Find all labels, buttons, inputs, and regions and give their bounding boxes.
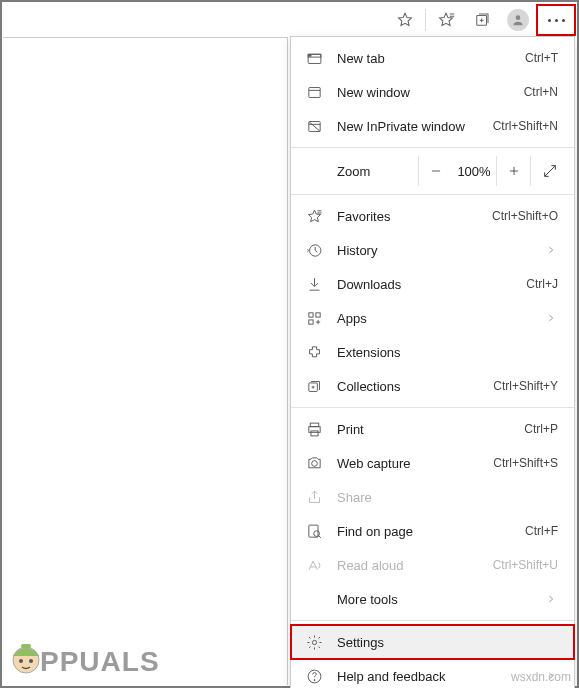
web-capture-icon: [303, 453, 325, 473]
menu-new-inprivate[interactable]: New InPrivate window Ctrl+Shift+N: [291, 109, 574, 143]
menu-collections[interactable]: Collections Ctrl+Shift+Y: [291, 369, 574, 403]
menu-label: Collections: [337, 379, 493, 394]
svg-point-41: [29, 659, 33, 663]
menu-label: New tab: [337, 51, 525, 66]
menu-label: Print: [337, 422, 524, 437]
menu-extensions[interactable]: Extensions: [291, 335, 574, 369]
svg-rect-9: [308, 87, 319, 97]
history-icon: [303, 240, 325, 260]
menu-shortcut: Ctrl+Shift+N: [493, 119, 558, 133]
menu-label: Find on page: [337, 524, 525, 539]
menu-new-tab[interactable]: New tab Ctrl+T: [291, 41, 574, 75]
downloads-icon: [303, 274, 325, 294]
svg-point-40: [19, 659, 23, 663]
menu-apps[interactable]: Apps: [291, 301, 574, 335]
help-icon: [303, 666, 325, 686]
menu-zoom: Zoom 100%: [291, 152, 574, 190]
chevron-right-icon: [544, 245, 558, 255]
menu-separator: [291, 194, 574, 195]
menu-shortcut: Ctrl+J: [526, 277, 558, 291]
menu-label: Read aloud: [337, 558, 493, 573]
chevron-right-icon: [544, 313, 558, 323]
svg-rect-29: [310, 430, 317, 435]
menu-settings[interactable]: Settings: [291, 625, 574, 659]
menu-label: Extensions: [337, 345, 558, 360]
extensions-icon: [303, 342, 325, 362]
svg-rect-19: [308, 312, 312, 316]
favorites-button[interactable]: [428, 5, 464, 35]
svg-rect-8: [309, 55, 310, 56]
menu-shortcut: Ctrl+Shift+S: [493, 456, 558, 470]
menu-shortcut: Ctrl+Shift+O: [492, 209, 558, 223]
print-icon: [303, 419, 325, 439]
new-window-icon: [303, 82, 325, 102]
menu-shortcut: Ctrl+Shift+U: [493, 558, 558, 572]
menu-label: New window: [337, 85, 524, 100]
menu-label: New InPrivate window: [337, 119, 493, 134]
add-favorite-button[interactable]: [387, 5, 423, 35]
watermark-logo: PPUALS: [6, 634, 160, 678]
toolbar-separator: [425, 9, 426, 31]
svg-point-35: [312, 640, 316, 644]
more-button-highlight: [536, 4, 576, 36]
menu-label: History: [337, 243, 536, 258]
settings-icon: [303, 632, 325, 652]
zoom-label: Zoom: [337, 164, 370, 179]
svg-point-37: [313, 679, 314, 680]
menu-label: Downloads: [337, 277, 526, 292]
svg-point-30: [311, 460, 317, 466]
menu-label: Share: [337, 490, 558, 505]
collections-button[interactable]: [464, 5, 500, 35]
menu-separator: [291, 407, 574, 408]
chevron-right-icon: [544, 594, 558, 604]
svg-point-5: [516, 15, 521, 20]
menu-label: Settings: [337, 635, 558, 650]
menu-separator: [291, 147, 574, 148]
menu-label: Apps: [337, 311, 536, 326]
menu-new-window[interactable]: New window Ctrl+N: [291, 75, 574, 109]
menu-more-tools[interactable]: More tools: [291, 582, 574, 616]
svg-rect-39: [21, 644, 31, 648]
watermark-mascot-icon: [6, 634, 46, 678]
menu-read-aloud: Read aloud Ctrl+Shift+U: [291, 548, 574, 582]
svg-line-33: [318, 535, 320, 537]
browser-toolbar: [387, 3, 576, 37]
read-aloud-icon: [303, 555, 325, 575]
menu-print[interactable]: Print Ctrl+P: [291, 412, 574, 446]
zoom-out-button[interactable]: [418, 156, 452, 186]
profile-button[interactable]: [500, 5, 536, 35]
menu-label: Help and feedback: [337, 669, 536, 684]
menu-favorites[interactable]: Favorites Ctrl+Shift+O: [291, 199, 574, 233]
settings-menu: New tab Ctrl+T New window Ctrl+N New InP…: [290, 36, 575, 688]
watermark-brand-text: PPUALS: [40, 646, 160, 678]
inprivate-icon: [303, 116, 325, 136]
menu-find[interactable]: Find on page Ctrl+F: [291, 514, 574, 548]
menu-shortcut: Ctrl+F: [525, 524, 558, 538]
menu-history[interactable]: History: [291, 233, 574, 267]
page-viewport: [3, 37, 288, 685]
menu-shortcut: Ctrl+P: [524, 422, 558, 436]
avatar-icon: [507, 9, 529, 31]
menu-label: Favorites: [337, 209, 492, 224]
menu-label: Web capture: [337, 456, 493, 471]
menu-downloads[interactable]: Downloads Ctrl+J: [291, 267, 574, 301]
menu-shortcut: Ctrl+N: [524, 85, 558, 99]
collections-icon: [303, 376, 325, 396]
more-button[interactable]: [538, 6, 574, 34]
fullscreen-button[interactable]: [530, 156, 568, 186]
menu-web-capture[interactable]: Web capture Ctrl+Shift+S: [291, 446, 574, 480]
zoom-value: 100%: [452, 164, 496, 179]
find-icon: [303, 521, 325, 541]
watermark-source: wsxdn.com: [511, 670, 571, 684]
menu-label: More tools: [337, 592, 536, 607]
menu-share: Share: [291, 480, 574, 514]
zoom-in-button[interactable]: [496, 156, 530, 186]
svg-rect-27: [310, 423, 319, 427]
svg-rect-21: [308, 319, 312, 323]
menu-separator: [291, 620, 574, 621]
menu-shortcut: Ctrl+T: [525, 51, 558, 65]
share-icon: [303, 487, 325, 507]
svg-point-32: [313, 530, 319, 536]
svg-rect-20: [315, 312, 319, 316]
favorites-icon: [303, 206, 325, 226]
